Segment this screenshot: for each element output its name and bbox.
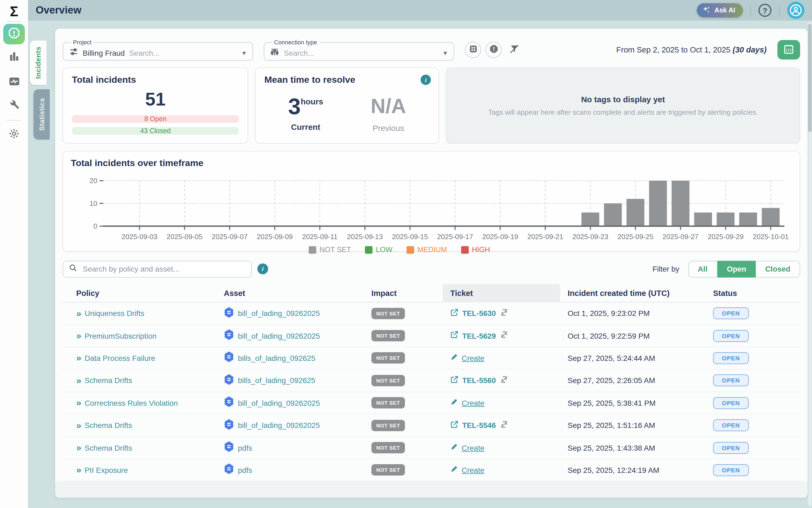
bar-2025-09-27[interactable] [672,181,689,226]
legend-item[interactable]: NOT SET [309,246,351,254]
ticket-link[interactable]: TEL-5560 [462,376,496,385]
policy-link[interactable]: PremiumSubscription [85,331,156,340]
create-ticket-link[interactable]: Create [462,443,484,452]
sidebar-item-statistics[interactable] [0,50,28,65]
asset-link[interactable]: bill_of_lading_09262025 [238,399,320,407]
asset-link[interactable]: bill_of_lading_09262025 [238,421,320,430]
asset-link[interactable]: bills_of_lading_092625 [238,354,315,363]
expand-chevrons-icon[interactable]: » [76,466,81,475]
table-row[interactable]: »Correctness Rules Violationbill_of_ladi… [63,392,800,414]
chevron-down-icon[interactable]: ▼ [241,49,247,56]
clear-filters-button[interactable] [506,42,522,58]
status-badge[interactable]: OPEN [713,397,749,409]
table-row[interactable]: »Schema Driftsbill_of_lading_09262025NOT… [63,414,800,437]
project-filter[interactable]: Project Billing Fraud Search... ▼ [63,39,253,60]
legend-item[interactable]: HIGH [461,246,490,254]
create-ticket-link[interactable]: Create [462,399,484,407]
sidebar-item-monitors[interactable] [0,75,28,90]
policy-link[interactable]: Data Process Failure [85,354,155,363]
table-row[interactable]: »Data Process Failurebills_of_lading_092… [63,347,800,370]
create-ticket-link[interactable]: Create [462,466,484,474]
asset-link[interactable]: bill_of_lading_09262025 [238,331,320,340]
unlink-icon[interactable] [500,307,509,319]
help-button[interactable]: ? [759,4,771,17]
asset-link[interactable]: pdfs [238,443,252,452]
tab-statistics[interactable]: Statistics [34,89,50,139]
table-row[interactable]: »Uniqueness Driftsbill_of_lading_0926202… [63,302,800,325]
col-asset[interactable]: Asset [216,289,364,298]
asset-link[interactable]: pdfs [238,466,252,474]
chevron-down-icon[interactable]: ▼ [442,49,448,56]
tab-incidents[interactable]: Incidents [30,41,47,85]
calendar-button[interactable] [777,40,800,59]
policy-link[interactable]: Schema Drifts [85,376,132,385]
table-row[interactable]: »PII ExposurepdfsNOT SETCreateSep 25, 20… [63,459,800,481]
connection-type-filter[interactable]: Connection type Search... ▼ [264,39,454,60]
ask-ai-button[interactable]: Ask AI [697,3,743,17]
status-badge[interactable]: OPEN [713,352,749,364]
status-badge[interactable]: OPEN [713,442,749,454]
table-row[interactable]: »PremiumSubscriptionbill_of_lading_09262… [63,325,800,347]
status-badge[interactable]: OPEN [713,419,749,431]
ticket-link[interactable]: TEL-5629 [462,331,496,340]
bar-2025-09-28[interactable] [694,213,712,226]
expand-chevrons-icon[interactable]: » [76,309,81,318]
bar-2025-09-24[interactable] [604,203,622,226]
bar-2025-09-23[interactable] [581,213,599,226]
search-box[interactable] [63,260,252,277]
scrollbar-thumb[interactable] [808,24,811,132]
policy-link[interactable]: Correctness Rules Violation [85,399,178,407]
expand-chevrons-icon[interactable]: » [76,443,81,452]
table-row[interactable]: »Schema Driftsbills_of_lading_092625NOT … [63,370,800,392]
info-icon[interactable]: i [421,75,431,85]
expand-chevrons-icon[interactable]: » [76,421,81,430]
status-badge[interactable]: OPEN [713,330,749,342]
expand-chevrons-icon[interactable]: » [76,376,81,385]
user-avatar[interactable] [787,2,804,19]
asset-link[interactable]: bill_of_lading_09262025 [238,309,320,318]
bar-2025-09-29[interactable] [717,213,734,226]
filter-option-all[interactable]: All [688,260,717,277]
policy-link[interactable]: Uniqueness Drifts [85,309,144,318]
incidents-bar-chart[interactable]: 010202025-09-032025-09-052025-09-072025-… [71,170,806,242]
sidebar-item-settings[interactable] [0,128,28,142]
scrollbar[interactable] [808,22,811,506]
incident-view-button[interactable] [485,42,502,58]
expand-chevrons-icon[interactable]: » [76,353,81,363]
bar-2025-10-01[interactable] [762,208,779,226]
policy-link[interactable]: Schema Drifts [85,443,132,452]
unlink-icon[interactable] [500,375,509,386]
col-impact[interactable]: Impact [364,289,443,298]
expand-chevrons-icon[interactable]: » [76,331,81,340]
status-badge[interactable]: OPEN [713,375,749,387]
legend-item[interactable]: LOW [365,246,393,254]
ticket-link[interactable]: TEL-5546 [462,421,496,430]
col-ticket[interactable]: Ticket [443,284,560,302]
filter-option-open[interactable]: Open [717,260,756,277]
group-view-button[interactable] [465,42,481,58]
legend-item[interactable]: MEDIUM [407,246,447,254]
ticket-link[interactable]: TEL-5630 [462,309,496,318]
create-ticket-link[interactable]: Create [462,354,484,363]
col-created-time[interactable]: Incident created time (UTC) [560,289,706,298]
asset-link[interactable]: bills_of_lading_092625 [238,376,315,385]
closed-count-badge[interactable]: 43 Closed [72,127,239,135]
status-badge[interactable]: OPEN [713,464,749,476]
search-input[interactable] [82,264,246,274]
policy-link[interactable]: PII Exposure [85,466,128,474]
table-row[interactable]: »Schema DriftspdfsNOT SETCreateSep 25, 2… [63,437,800,459]
sidebar-item-tools[interactable] [0,98,28,112]
bar-2025-09-26[interactable] [649,181,667,226]
bar-2025-09-30[interactable] [739,213,757,226]
sidebar-item-incidents[interactable] [3,24,25,44]
unlink-icon[interactable] [500,330,509,341]
unlink-icon[interactable] [500,420,509,431]
policy-link[interactable]: Schema Drifts [85,421,132,430]
open-count-badge[interactable]: 8 Open [72,115,239,123]
col-status[interactable]: Status [706,289,800,298]
info-icon[interactable]: i [257,263,268,274]
expand-chevrons-icon[interactable]: » [76,398,81,408]
col-policy[interactable]: Policy [69,289,216,298]
filter-option-closed[interactable]: Closed [756,260,800,277]
bar-2025-09-25[interactable] [627,199,644,226]
